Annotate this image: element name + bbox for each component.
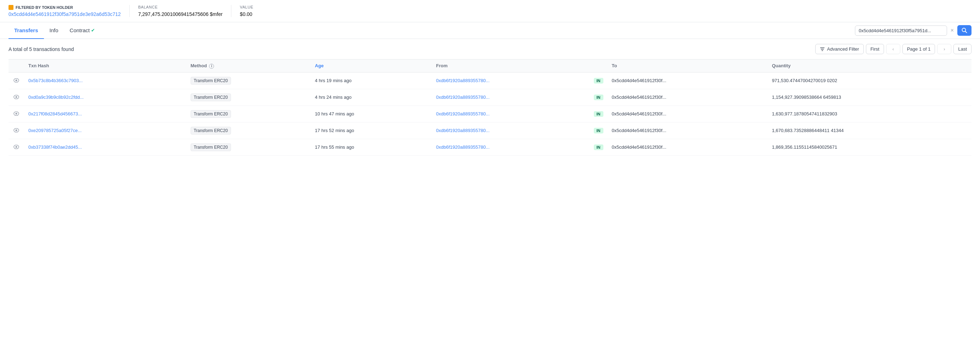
first-page-button[interactable]: First	[866, 44, 884, 54]
txn-hash-link[interactable]: 0x5b73c8b4b3663c7903...	[29, 78, 83, 83]
eye-button[interactable]	[13, 143, 20, 151]
from-address-link[interactable]: 0xdb6f1920a889355780...	[436, 95, 490, 100]
toolbar: A total of 5 transactions found Advanced…	[0, 39, 980, 59]
col-quantity: Quantity	[768, 60, 972, 73]
from-cell: 0xdb6f1920a889355780...	[432, 89, 590, 106]
in-badge: IN	[594, 111, 603, 117]
method-cell: Transform ERC20	[186, 122, 311, 139]
eye-icon	[13, 78, 19, 82]
age-cell: 4 hrs 24 mins ago	[311, 89, 432, 106]
txn-hash-cell: 0x217f08d2845d456673...	[24, 106, 186, 122]
txn-hash-link[interactable]: 0xe209785725a05f27ce...	[29, 128, 81, 133]
filter-address-link[interactable]: 0x5cdd4d4e5461912f30f5a7951de3e92a6d53c7…	[8, 11, 121, 17]
value-label: VALUE	[240, 5, 253, 9]
quantity-cell: 971,530.47447004270019 0202	[768, 72, 972, 89]
to-cell: 0x5cdd4d4e5461912f30f...	[608, 122, 768, 139]
method-cell: Transform ERC20	[186, 72, 311, 89]
direction-cell: IN	[590, 139, 608, 155]
eye-button[interactable]	[13, 127, 20, 134]
from-address-link[interactable]: 0xdb6f1920a889355780...	[436, 111, 490, 117]
total-text: A total of 5 transactions found	[8, 46, 74, 52]
value-section: VALUE $0.00	[240, 5, 262, 17]
col-eye	[8, 60, 24, 73]
svg-point-12	[16, 130, 18, 131]
from-cell: 0xdb6f1920a889355780...	[432, 139, 590, 155]
next-page-button[interactable]: ›	[937, 44, 951, 54]
svg-point-10	[16, 113, 18, 115]
balance-section: BALANCE 7,297,475.20010069415475606 $mfe…	[138, 5, 231, 17]
from-address-link[interactable]: 0xdb6f1920a889355780...	[436, 144, 490, 150]
direction-cell: IN	[590, 122, 608, 139]
svg-point-6	[16, 80, 18, 81]
txn-hash-link[interactable]: 0x217f08d2845d456673...	[29, 111, 82, 117]
eye-icon	[13, 128, 19, 132]
search-button[interactable]	[957, 25, 972, 36]
to-cell: 0x5cdd4d4e5461912f30f...	[608, 139, 768, 155]
filter-badge: FILTERED BY TOKEN HOLDER	[8, 5, 73, 10]
quantity-cell: 1,154,927.39098538664 6459813	[768, 89, 972, 106]
tab-info-label: Info	[49, 27, 59, 33]
table-row: 0xe209785725a05f27ce... Transform ERC20 …	[8, 122, 972, 139]
from-cell: 0xdb6f1920a889355780...	[432, 122, 590, 139]
age-cell: 17 hrs 52 mins ago	[311, 122, 432, 139]
table-wrapper: Txn Hash Method i Age From To Quantity	[0, 59, 980, 156]
col-method: Method i	[186, 60, 311, 73]
method-info-icon[interactable]: i	[209, 64, 214, 69]
table-row: 0x5b73c8b4b3663c7903... Transform ERC20 …	[8, 72, 972, 89]
direction-cell: IN	[590, 72, 608, 89]
advanced-filter-button[interactable]: Advanced Filter	[815, 44, 864, 54]
method-cell: Transform ERC20	[186, 106, 311, 122]
tab-transfers[interactable]: Transfers	[8, 22, 44, 39]
table-header-row: Txn Hash Method i Age From To Quantity	[8, 60, 972, 73]
age-cell: 17 hrs 55 mins ago	[311, 139, 432, 155]
eye-cell	[8, 139, 24, 155]
col-direction	[590, 60, 608, 73]
direction-cell: IN	[590, 106, 608, 122]
method-badge: Transform ERC20	[191, 127, 231, 135]
value-value: $0.00	[240, 11, 253, 17]
col-to: To	[608, 60, 768, 73]
tab-info[interactable]: Info	[44, 22, 64, 39]
clear-button[interactable]: ×	[949, 27, 955, 34]
txn-hash-link[interactable]: 0xd0a9c39b9c8b92c2fdd...	[29, 95, 84, 100]
search-area: ×	[855, 25, 972, 36]
direction-cell: IN	[590, 89, 608, 106]
table-row: 0xd0a9c39b9c8b92c2fdd... Transform ERC20…	[8, 89, 972, 106]
method-cell: Transform ERC20	[186, 139, 311, 155]
svg-point-8	[16, 96, 18, 98]
filter-section: FILTERED BY TOKEN HOLDER 0x5cdd4d4e54619…	[8, 5, 130, 17]
eye-button[interactable]	[13, 110, 20, 117]
tab-contract[interactable]: Contract ✔	[64, 22, 101, 39]
filter-badge-icon	[8, 5, 13, 10]
method-cell: Transform ERC20	[186, 89, 311, 106]
verified-icon: ✔	[91, 28, 95, 33]
prev-page-button[interactable]: ‹	[886, 44, 900, 54]
search-input[interactable]	[855, 25, 947, 36]
col-txn-hash: Txn Hash	[24, 60, 186, 73]
eye-button[interactable]	[13, 77, 20, 84]
in-badge: IN	[594, 95, 603, 100]
txn-hash-cell: 0xe209785725a05f27ce...	[24, 122, 186, 139]
last-page-button[interactable]: Last	[953, 44, 972, 54]
txn-hash-link[interactable]: 0xb37338f74b0ae2dd45...	[29, 144, 82, 150]
quantity-cell: 1,869,356.11551145840025671	[768, 139, 972, 155]
from-address-link[interactable]: 0xdb6f1920a889355780...	[436, 78, 490, 83]
method-badge: Transform ERC20	[191, 77, 231, 85]
age-cell: 4 hrs 19 mins ago	[311, 72, 432, 89]
from-address-link[interactable]: 0xdb6f1920a889355780...	[436, 128, 490, 133]
to-cell: 0x5cdd4d4e5461912f30f...	[608, 72, 768, 89]
search-icon	[962, 28, 967, 33]
from-cell: 0xdb6f1920a889355780...	[432, 72, 590, 89]
method-badge: Transform ERC20	[191, 93, 231, 101]
eye-icon	[13, 95, 19, 99]
svg-line-1	[966, 32, 967, 33]
svg-point-14	[16, 146, 18, 148]
age-cell: 10 hrs 47 mins ago	[311, 106, 432, 122]
eye-button[interactable]	[13, 93, 20, 101]
tab-contract-label: Contract	[70, 27, 90, 33]
txn-hash-cell: 0xd0a9c39b9c8b92c2fdd...	[24, 89, 186, 106]
method-badge: Transform ERC20	[191, 143, 231, 151]
eye-cell	[8, 72, 24, 89]
balance-value: 7,297,475.20010069415475606 $mfer	[138, 11, 223, 17]
tab-transfers-label: Transfers	[14, 27, 38, 33]
